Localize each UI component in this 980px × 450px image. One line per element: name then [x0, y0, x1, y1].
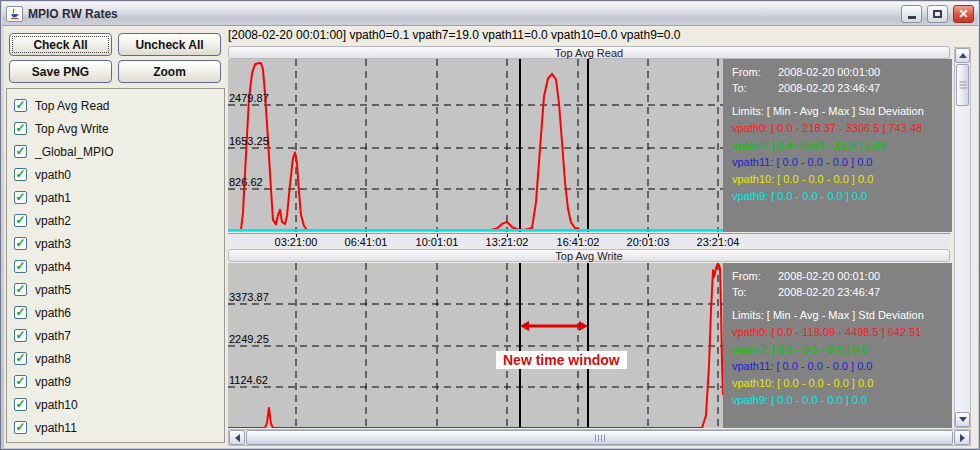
from-value: 2008-02-20 00:01:00: [778, 66, 880, 78]
info-panel-1: From:2008-02-20 00:01:00To:2008-02-20 23…: [723, 263, 952, 428]
list-item[interactable]: ✓vpath11: [14, 416, 224, 439]
series-stats-line: vpath0: [ 0.0 - 218.37 - 3306.5 ] 743.48: [732, 122, 952, 139]
checkbox[interactable]: ✓: [14, 99, 27, 112]
checkbox[interactable]: ✓: [14, 191, 27, 204]
checkbox[interactable]: ✓: [14, 145, 27, 158]
from-value: 2008-02-20 00:01:00: [778, 270, 880, 282]
checkbox-label: vpath6: [35, 306, 71, 320]
checkbox[interactable]: ✓: [14, 398, 27, 411]
scroll-up-button[interactable]: [955, 48, 970, 63]
checkbox-label: vpath2: [35, 214, 71, 228]
x-tick-label: 16:41:02: [548, 236, 608, 248]
to-label: To:: [732, 82, 778, 94]
y-tick-label: 2479.87: [229, 92, 269, 104]
annotation-label: New time window: [496, 351, 627, 369]
checkbox[interactable]: ✓: [14, 421, 27, 434]
series-stats-line: vpath10: [ 0.0 - 0.0 - 0.0 ] 0.0: [732, 377, 952, 394]
x-tick-label: 10:01:01: [407, 236, 467, 248]
java-app-icon: [6, 6, 23, 22]
chart-title-write: Top Avg Write: [228, 249, 950, 262]
checkbox-label: Top Avg Write: [35, 122, 109, 136]
close-icon: ✕: [958, 7, 968, 21]
uncheck-all-button[interactable]: Uncheck All: [118, 33, 221, 56]
checkbox-label: vpath9: [35, 375, 71, 389]
series-stats-line: vpath11: [ 0.0 - 0.0 - 0.0 ] 0.0: [732, 360, 952, 377]
series-stats-line: vpath7: [ 0.4 - 0.59 - 19.0 ] 1.89: [732, 139, 952, 156]
y-tick-label: 3373.87: [229, 291, 269, 303]
list-item[interactable]: ✓vpath4: [14, 255, 224, 278]
close-button[interactable]: ✕: [953, 5, 974, 23]
checkbox[interactable]: ✓: [14, 375, 27, 388]
series-stats-line: vpath7: [ 0.5 - 0.5 - 0.5 ] 0.0: [732, 343, 952, 360]
y-tick-label: 2249.25: [229, 333, 269, 345]
y-tick-label: 1124.62: [229, 374, 268, 386]
checkbox[interactable]: ✓: [14, 168, 27, 181]
series-stats-line: vpath0: [ 0.0 - 118.09 - 4498.5 ] 642.51: [732, 326, 952, 343]
x-tick-label: 20:01:03: [618, 236, 678, 248]
checkbox[interactable]: ✓: [14, 283, 27, 296]
window-title: MPIO RW Rates: [28, 7, 896, 21]
x-tick-label: 13:21:02: [477, 236, 537, 248]
list-item[interactable]: ✓vpath3: [14, 232, 224, 255]
info-from-row: From:2008-02-20 00:01:00: [732, 64, 952, 80]
series-stats-line: vpath9: [ 0.0 - 0.0 - 0.0 ] 0.0: [732, 394, 952, 411]
maximize-icon: [933, 10, 942, 18]
scroll-down-button[interactable]: [955, 412, 970, 427]
limits-heading: Limits: [ Min - Avg - Max ] Std Deviatio…: [732, 309, 952, 326]
status-line: [2008-02-20 00:01:00] vpath0=0.1 vpath7=…: [228, 28, 681, 42]
checkbox[interactable]: ✓: [14, 306, 27, 319]
list-item[interactable]: ✓_Global_MPIO: [14, 140, 224, 163]
y-tick-label: 1653.25: [229, 135, 269, 147]
maximize-button[interactable]: [927, 5, 948, 23]
check-all-button[interactable]: Check All: [9, 33, 112, 56]
checkbox-label: Top Avg Read: [35, 99, 110, 113]
minimize-icon: [908, 16, 916, 19]
checkbox-label: vpath8: [35, 352, 71, 366]
list-item[interactable]: ✓vpath0: [14, 163, 224, 186]
list-item[interactable]: ✓vpath10: [14, 393, 224, 416]
checkbox[interactable]: ✓: [14, 214, 27, 227]
thumb-grip: [959, 82, 966, 89]
checkbox-label: vpath10: [35, 398, 78, 412]
scroll-right-button[interactable]: [954, 430, 970, 445]
titlebar[interactable]: MPIO RW Rates ✕: [2, 2, 978, 26]
list-item[interactable]: ✓Top Avg Read: [14, 94, 224, 117]
save-png-button[interactable]: Save PNG: [9, 60, 112, 83]
zoom-button[interactable]: Zoom: [118, 60, 221, 83]
checkbox[interactable]: ✓: [14, 329, 27, 342]
list-item[interactable]: ✓vpath8: [14, 347, 224, 370]
list-item[interactable]: ✓vpath7: [14, 324, 224, 347]
checkbox-label: vpath3: [35, 237, 71, 251]
thumb-grip: [595, 434, 605, 441]
x-tick-label: 03:21:00: [266, 236, 326, 248]
checkbox-label: vpath0: [35, 168, 71, 182]
plot-1[interactable]: New time window3373.872249.251124.62: [228, 263, 723, 428]
time-axis: 03:21:0006:41:0110:01:0113:21:0216:41:02…: [228, 233, 950, 248]
list-item[interactable]: ✓vpath1: [14, 186, 224, 209]
to-value: 2008-02-20 23:46:47: [778, 286, 880, 298]
x-tick-label: 06:41:01: [336, 236, 396, 248]
plot-0[interactable]: 2479.871653.25826.62: [228, 59, 723, 232]
list-item[interactable]: ✓vpath2: [14, 209, 224, 232]
horizontal-scrollbar[interactable]: [228, 429, 971, 446]
from-label: From:: [732, 270, 778, 282]
main-content: Check All Uncheck All Save PNG Zoom ✓Top…: [4, 26, 978, 448]
checkbox-list: ✓Top Avg Read✓Top Avg Write✓_Global_MPIO…: [6, 88, 225, 443]
from-label: From:: [732, 66, 778, 78]
vertical-scrollbar[interactable]: [954, 47, 971, 428]
list-item[interactable]: ✓Top Avg Write: [14, 117, 224, 140]
checkbox-label: vpath7: [35, 329, 71, 343]
app-window: MPIO RW Rates ✕ Check All Uncheck All Sa…: [0, 0, 980, 450]
vertical-scroll-thumb[interactable]: [956, 64, 969, 106]
minimize-button[interactable]: [901, 5, 922, 23]
checkbox[interactable]: ✓: [14, 237, 27, 250]
y-tick-label: 826.62: [229, 176, 263, 188]
scroll-left-button[interactable]: [229, 430, 245, 445]
checkbox[interactable]: ✓: [14, 352, 27, 365]
list-item[interactable]: ✓vpath5: [14, 278, 224, 301]
horizontal-scroll-thumb[interactable]: [246, 430, 953, 445]
list-item[interactable]: ✓vpath9: [14, 370, 224, 393]
checkbox[interactable]: ✓: [14, 122, 27, 135]
list-item[interactable]: ✓vpath6: [14, 301, 224, 324]
checkbox[interactable]: ✓: [14, 260, 27, 273]
